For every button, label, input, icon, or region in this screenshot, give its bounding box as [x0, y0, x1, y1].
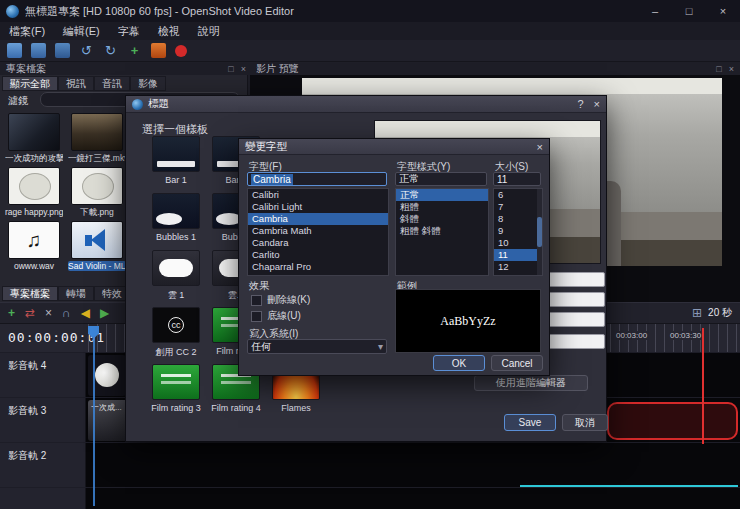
zoom-icon[interactable]: ⊞: [692, 307, 702, 319]
style-list-item-selected[interactable]: 正常: [396, 189, 488, 201]
maximize-button[interactable]: □: [672, 0, 706, 22]
title-form-field[interactable]: [547, 272, 605, 287]
template-item[interactable]: Film rating 3: [148, 364, 204, 413]
cancel-button[interactable]: Cancel: [491, 355, 543, 371]
dock-close-icon[interactable]: ×: [729, 64, 734, 74]
close-icon[interactable]: ×: [594, 98, 600, 110]
size-list-item[interactable]: 8: [494, 213, 542, 225]
selected-red-clip[interactable]: [607, 402, 738, 440]
font-name-input[interactable]: Cambria: [247, 172, 387, 186]
strikeout-checkbox[interactable]: 刪除線(K): [251, 293, 310, 307]
font-size-input[interactable]: 11: [493, 172, 541, 186]
file-item[interactable]: 一次成功的攻擊...: [5, 113, 63, 165]
template-item[interactable]: 創用 CC 2: [148, 307, 204, 359]
menu-help[interactable]: 說明: [189, 22, 229, 40]
writing-system-dropdown[interactable]: 任何 ▾: [247, 339, 387, 354]
font-list-item[interactable]: Candara: [248, 237, 388, 249]
menu-title[interactable]: 字幕: [109, 22, 149, 40]
font-style-input[interactable]: 正常: [395, 172, 487, 186]
tab-transitions[interactable]: 轉場: [58, 286, 94, 301]
font-style-list[interactable]: 正常 粗體 斜體 粗體 斜體: [395, 188, 489, 276]
tab-project-files[interactable]: 專案檔案: [2, 286, 58, 301]
close-icon[interactable]: ×: [537, 141, 543, 153]
arrow-tool-icon[interactable]: ⇄: [25, 307, 35, 319]
add-track-icon[interactable]: +: [8, 307, 15, 319]
menu-file[interactable]: 檔案(F): [0, 22, 54, 40]
file-name: rage happy.png: [5, 207, 63, 217]
font-size-list[interactable]: 6 7 8 9 10 11 12: [493, 188, 543, 276]
dock-close-icon[interactable]: ×: [241, 64, 246, 74]
playhead-line[interactable]: [93, 338, 95, 506]
minimize-button[interactable]: –: [638, 0, 672, 22]
file-item[interactable]: 一鏡打三傑.mkv: [68, 113, 126, 165]
file-item[interactable]: rage happy.png: [5, 167, 63, 217]
menu-edit[interactable]: 編輯(E): [54, 22, 109, 40]
style-list-item[interactable]: 粗體 斜體: [396, 225, 488, 237]
font-list-item[interactable]: Chaparral Pro: [248, 261, 388, 273]
underline-checkbox[interactable]: 底線(U): [251, 309, 301, 323]
tab-show-all[interactable]: 顯示全部: [2, 76, 58, 91]
font-style-value: 正常: [399, 172, 419, 186]
title-form-field[interactable]: [547, 292, 605, 307]
open-project-icon[interactable]: [31, 43, 46, 58]
file-item[interactable]: 下載.png: [68, 167, 126, 219]
size-list-item[interactable]: 7: [494, 201, 542, 213]
import-files-icon[interactable]: +: [127, 43, 142, 58]
size-list-scrollbar[interactable]: [537, 189, 542, 275]
save-project-icon[interactable]: [55, 43, 70, 58]
size-list-item-selected[interactable]: 11: [494, 249, 542, 261]
font-dialog-titlebar[interactable]: 變更字型 ×: [239, 139, 549, 155]
size-list-item[interactable]: 9: [494, 225, 542, 237]
redo-icon[interactable]: ↻: [103, 43, 118, 58]
cancel-button[interactable]: 取消: [562, 414, 608, 431]
advanced-editor-button[interactable]: 使用進階編輯器: [474, 375, 588, 391]
size-list-item[interactable]: 12: [494, 261, 542, 273]
font-list-item[interactable]: Cambria Math: [248, 225, 388, 237]
font-name-value: Cambria: [251, 174, 293, 185]
template-item[interactable]: Bubbles 1: [148, 193, 204, 242]
new-project-icon[interactable]: [7, 43, 22, 58]
style-list-item[interactable]: 斜體: [396, 213, 488, 225]
template-prompt: 選擇一個樣板: [142, 122, 208, 137]
font-list-item[interactable]: Calibri Light: [248, 201, 388, 213]
font-dialog-title: 變更字型: [245, 140, 287, 154]
export-video-icon[interactable]: [151, 43, 166, 58]
tab-image[interactable]: 影像: [130, 76, 166, 91]
save-button[interactable]: Save: [504, 414, 556, 431]
file-name-selected: Sad Violin - ML...: [68, 261, 126, 271]
font-list-item-selected[interactable]: Cambria: [248, 213, 388, 225]
record-icon[interactable]: [175, 45, 187, 57]
titles-dialog-titlebar[interactable]: 標題 ? ×: [126, 96, 606, 113]
menu-view[interactable]: 檢視: [149, 22, 189, 40]
checkbox-box: [251, 311, 262, 322]
snapping-magnet-icon[interactable]: ∩: [62, 307, 71, 319]
size-list-item[interactable]: 10: [494, 237, 542, 249]
close-button[interactable]: ×: [706, 0, 740, 22]
scrollbar-thumb[interactable]: [537, 217, 542, 247]
template-label: 雲 1: [148, 289, 204, 302]
file-item[interactable]: Sad Violin - ML...: [68, 221, 126, 271]
undo-icon[interactable]: ↺: [79, 43, 94, 58]
dock-float-icon[interactable]: □: [716, 64, 721, 74]
font-list-item[interactable]: Carlito: [248, 249, 388, 261]
tab-video[interactable]: 視訊: [58, 76, 94, 91]
file-item[interactable]: ♫ owww.wav: [5, 221, 63, 271]
font-list[interactable]: Calibri Calibri Light Cambria Cambria Ma…: [247, 188, 389, 276]
help-icon[interactable]: ?: [577, 98, 583, 110]
checkbox-box: [251, 295, 262, 306]
red-marker-line[interactable]: [702, 328, 704, 444]
tab-audio[interactable]: 音訊: [94, 76, 130, 91]
next-marker-icon[interactable]: ▶: [100, 307, 109, 319]
template-item[interactable]: 雲 1: [148, 250, 204, 302]
font-list-item[interactable]: Calibri: [248, 189, 388, 201]
template-item[interactable]: Bar 1: [148, 136, 204, 185]
style-list-item[interactable]: 粗體: [396, 201, 488, 213]
previous-marker-icon[interactable]: ◀: [81, 307, 90, 319]
ok-button[interactable]: OK: [433, 355, 485, 371]
title-form-field[interactable]: [547, 334, 605, 349]
razor-tool-icon[interactable]: ×: [45, 307, 52, 319]
title-form-field[interactable]: [547, 312, 605, 327]
dock-float-icon[interactable]: □: [228, 64, 233, 74]
size-list-item[interactable]: 6: [494, 189, 542, 201]
template-label: Film rating 3: [148, 403, 204, 413]
